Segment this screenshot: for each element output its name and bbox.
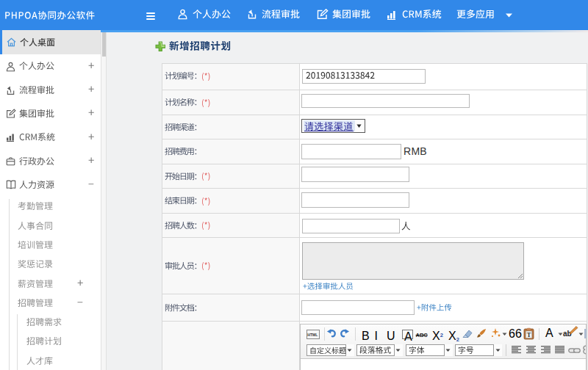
svg-text:T: T xyxy=(527,331,531,338)
